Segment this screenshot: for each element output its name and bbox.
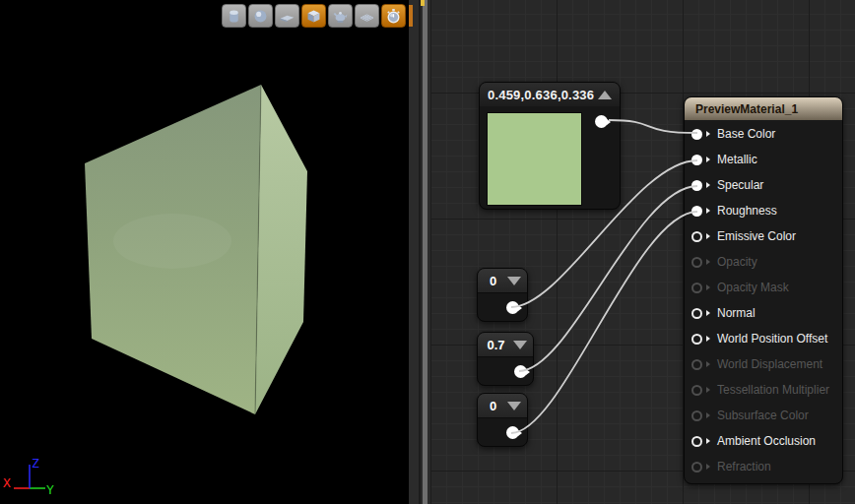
preview-grid-button[interactable] (355, 4, 379, 28)
pin-circle-icon[interactable] (691, 334, 702, 345)
preview-viewport[interactable]: X Y Z (0, 0, 409, 504)
pin-arrow-icon (706, 131, 710, 137)
pin-label: Emissive Color (717, 229, 796, 243)
scalar-header[interactable]: 0.7 (478, 333, 533, 357)
sphere-icon (252, 8, 269, 25)
preview-teapot-button[interactable] (328, 4, 353, 28)
pin-arrow-icon (706, 336, 710, 342)
pin-label: Refraction (717, 460, 771, 473)
pin-label: Opacity (717, 255, 757, 269)
splitter-accent (409, 5, 413, 27)
scalar-node-metallic[interactable]: 0 (477, 268, 528, 322)
material-input-tessellation-multiplier[interactable]: Tessellation Multiplier (685, 377, 842, 403)
cube-sky-reflection (113, 214, 231, 269)
cube-right-face (255, 85, 307, 414)
pin-arrow-icon (706, 310, 710, 316)
expand-icon[interactable] (513, 341, 527, 349)
panel-splitter[interactable] (409, 0, 430, 504)
material-input-world-displacement[interactable]: World Displacement (685, 351, 842, 377)
scalar-node-roughness[interactable]: 0 (477, 393, 528, 447)
scalar-value: 0 (484, 399, 502, 413)
scalar-value: 0.7 (484, 338, 508, 352)
material-input-normal[interactable]: Normal (685, 300, 842, 326)
pin-arrow-icon (706, 157, 710, 162)
material-input-ambient-occlusion[interactable]: Ambient Occlusion (685, 428, 842, 454)
scalar-output-pin[interactable] (506, 426, 519, 439)
stopwatch-icon (385, 8, 402, 25)
constant3vector-node[interactable]: 0.459,0.636,0.336 (479, 82, 621, 210)
scalar-output-pin[interactable] (506, 301, 519, 314)
material-input-subsurface-color[interactable]: Subsurface Color (685, 403, 842, 428)
pin-arrow-icon (706, 182, 710, 188)
constant3vector-output-pin[interactable] (595, 115, 608, 128)
cylinder-icon (226, 8, 242, 25)
material-graph[interactable]: 0.459,0.636,0.336 0 0.7 0 (430, 0, 855, 504)
pin-label: Opacity Mask (717, 281, 789, 294)
material-editor: X Y Z 0.459,0.636,0.336 0 (0, 0, 855, 504)
preview-material-node[interactable]: PreviewMaterial_1 Base ColorMetallicSpec… (684, 96, 843, 484)
pin-circle-icon[interactable] (691, 231, 702, 242)
material-input-specular[interactable]: Specular (685, 172, 842, 198)
pin-circle-icon[interactable] (691, 385, 702, 396)
material-input-base-color[interactable]: Base Color (685, 121, 842, 147)
pin-circle-icon[interactable] (691, 436, 702, 447)
pin-circle-icon[interactable] (691, 155, 702, 165)
pin-arrow-icon (706, 284, 710, 290)
pin-arrow-icon (706, 387, 710, 393)
cube-icon (305, 8, 322, 25)
color-swatch (487, 112, 582, 206)
plane-icon (279, 8, 296, 25)
pin-circle-icon[interactable] (691, 308, 702, 319)
pin-circle-icon[interactable] (691, 410, 702, 421)
teapot-icon (332, 8, 349, 25)
pin-label: World Displacement (717, 357, 822, 371)
pin-circle-icon[interactable] (691, 257, 702, 268)
material-input-pins: Base ColorMetallicSpecularRoughnessEmiss… (685, 120, 842, 479)
pin-circle-icon[interactable] (691, 283, 702, 293)
preview-cylinder-button[interactable] (222, 4, 246, 28)
preview-sphere-button[interactable] (248, 4, 273, 28)
pin-arrow-icon (706, 438, 710, 444)
material-input-opacity[interactable]: Opacity (685, 249, 842, 275)
expand-icon[interactable] (507, 402, 521, 410)
scalar-output-pin[interactable] (514, 365, 527, 378)
pin-circle-icon[interactable] (691, 129, 702, 140)
axis-x-label: X (3, 475, 11, 490)
material-input-opacity-mask[interactable]: Opacity Mask (685, 275, 842, 300)
pin-arrow-icon (706, 412, 710, 418)
constant3vector-value: 0.459,0.636,0.336 (488, 88, 598, 102)
preview-plane-button[interactable] (275, 4, 299, 28)
pin-circle-icon[interactable] (691, 462, 702, 472)
pin-label: Base Color (717, 127, 775, 141)
material-input-refraction[interactable]: Refraction (685, 454, 842, 479)
axis-z-label: Z (32, 456, 39, 471)
pin-circle-icon[interactable] (691, 206, 702, 217)
pin-circle-icon[interactable] (691, 359, 702, 370)
axis-y-label: Y (46, 482, 54, 497)
collapse-icon[interactable] (598, 91, 612, 99)
pin-label: Tessellation Multiplier (717, 383, 829, 397)
material-input-world-position-offset[interactable]: World Position Offset (685, 326, 842, 351)
expand-icon[interactable] (507, 277, 521, 285)
material-input-metallic[interactable]: Metallic (685, 147, 842, 172)
pin-arrow-icon (706, 464, 710, 470)
pin-label: Specular (717, 178, 763, 192)
scalar-node-specular[interactable]: 0.7 (477, 332, 534, 386)
wire-specular[interactable] (519, 186, 697, 371)
pin-label: Metallic (717, 153, 757, 166)
grid-icon (359, 8, 375, 25)
pin-label: World Position Offset (717, 332, 827, 346)
scalar-header[interactable]: 0 (478, 269, 527, 293)
pin-arrow-icon (706, 361, 710, 367)
material-input-roughness[interactable]: Roughness (685, 198, 842, 223)
wire-roughness[interactable] (511, 212, 697, 433)
pin-arrow-icon (706, 233, 710, 239)
material-input-emissive-color[interactable]: Emissive Color (685, 223, 842, 249)
realtime-toggle-button[interactable] (381, 4, 406, 28)
preview-cube-button[interactable] (301, 4, 326, 28)
material-node-title[interactable]: PreviewMaterial_1 (685, 97, 842, 120)
pin-circle-icon[interactable] (691, 180, 702, 191)
splitter-handle[interactable] (423, 0, 428, 504)
constant3vector-header[interactable]: 0.459,0.636,0.336 (480, 83, 620, 106)
scalar-header[interactable]: 0 (478, 394, 527, 418)
